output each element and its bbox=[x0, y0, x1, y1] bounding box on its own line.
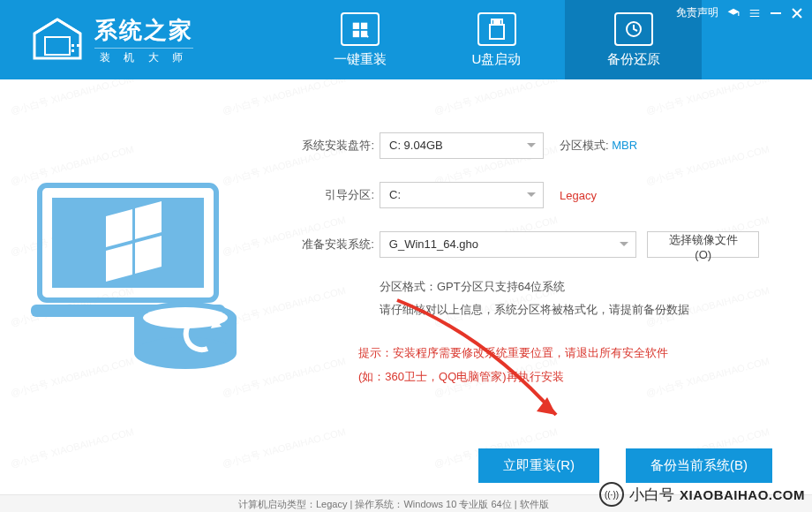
monitor-icon bbox=[341, 12, 380, 46]
restore-icon bbox=[614, 12, 653, 46]
choose-image-button[interactable]: 选择镜像文件(O) bbox=[647, 231, 759, 258]
nav-usb-boot[interactable]: U盘启动 bbox=[428, 0, 565, 79]
svg-rect-7 bbox=[352, 30, 358, 36]
usb-icon bbox=[477, 12, 516, 46]
main-nav: 一键重装 U盘启动 备份还原 bbox=[291, 0, 702, 79]
svg-rect-1 bbox=[45, 37, 70, 55]
svg-rect-3 bbox=[71, 49, 74, 52]
row-install-system: 准备安装系统: G_Win11_64.gho 选择镜像文件(O) bbox=[291, 231, 759, 258]
svg-rect-5 bbox=[352, 22, 358, 28]
info-text: 分区格式：GPT分区只支持64位系统 请仔细核对以上信息，系统分区将被格式化，请… bbox=[380, 275, 759, 321]
close-button[interactable] bbox=[791, 7, 803, 19]
svg-rect-10 bbox=[490, 25, 504, 39]
minimize-button[interactable] bbox=[770, 7, 782, 19]
svg-rect-12 bbox=[498, 21, 500, 23]
reinstall-now-button[interactable]: 立即重装(R) bbox=[478, 448, 599, 483]
content-area: 系统安装盘符: C: 9.04GB 分区模式: MBR 引导分区: C: Leg… bbox=[0, 79, 812, 494]
backup-current-button[interactable]: 备份当前系统(B) bbox=[626, 448, 772, 483]
window-topbar: 免责声明 bbox=[676, 5, 803, 20]
row-boot-partition: 引导分区: C: Legacy bbox=[291, 182, 759, 208]
chevron-down-icon bbox=[527, 192, 536, 197]
svg-rect-2 bbox=[71, 44, 74, 47]
svg-rect-4 bbox=[77, 44, 79, 47]
install-image-select[interactable]: G_Win11_64.gho bbox=[380, 231, 637, 258]
logo-icon bbox=[31, 18, 84, 62]
svg-rect-11 bbox=[494, 21, 496, 23]
svg-rect-0 bbox=[771, 12, 781, 14]
app-title: 系统之家 bbox=[94, 15, 193, 46]
system-drive-select[interactable]: C: 9.04GB bbox=[380, 132, 544, 159]
logo-area: 系统之家 装 机 大 师 bbox=[0, 0, 291, 79]
settings-icon[interactable] bbox=[748, 7, 761, 19]
svg-rect-6 bbox=[360, 22, 366, 28]
form-area: 系统安装盘符: C: 9.04GB 分区模式: MBR 引导分区: C: Leg… bbox=[291, 132, 759, 389]
chevron-down-icon bbox=[527, 143, 536, 147]
laptop-restore-illustration bbox=[31, 177, 247, 371]
disclaimer-link[interactable]: 免责声明 bbox=[676, 5, 718, 20]
chevron-down-icon bbox=[620, 242, 628, 246]
boot-partition-select[interactable]: C: bbox=[380, 182, 544, 208]
warning-text: 提示：安装程序需要修改系统重要位置，请退出所有安全软件 (如：360卫士，QQ电… bbox=[358, 341, 759, 389]
app-subtitle: 装 机 大 师 bbox=[94, 48, 193, 65]
corner-watermark: ((·)) 小白号 XIAOBAIHAO.COM bbox=[599, 482, 805, 507]
broadcast-icon: ((·)) bbox=[599, 482, 624, 507]
row-system-drive: 系统安装盘符: C: 9.04GB 分区模式: MBR bbox=[291, 132, 759, 159]
nav-reinstall[interactable]: 一键重装 bbox=[291, 0, 428, 79]
graduation-icon[interactable] bbox=[727, 7, 740, 19]
action-bar: 立即重装(R) 备份当前系统(B) bbox=[478, 448, 772, 483]
